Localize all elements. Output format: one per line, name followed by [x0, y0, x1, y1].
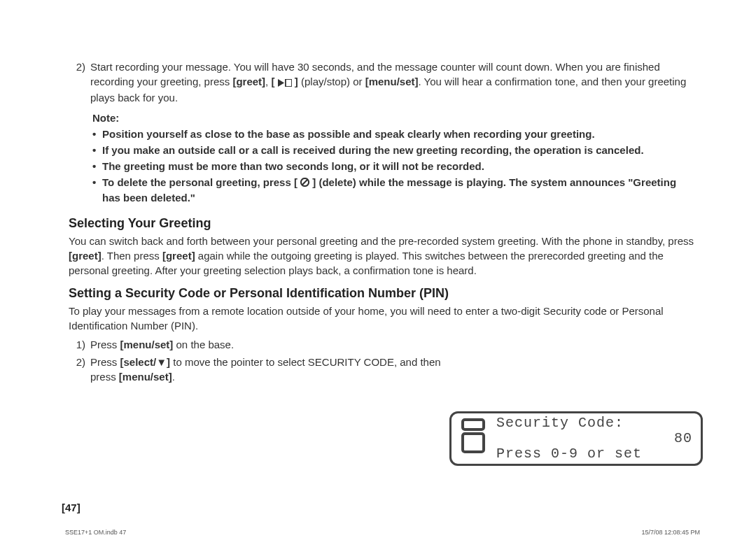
text: Press: [90, 339, 120, 350]
select-key: [select/▼]: [120, 356, 171, 368]
svg-marker-0: [278, 79, 284, 87]
text: To delete the personal greeting, press [: [102, 176, 300, 188]
note-text: Position yourself as close to the base a…: [102, 127, 595, 141]
paragraph: To play your messages from a remote loca…: [69, 304, 696, 333]
heading-security-code: Setting a Security Code or Personal Iden…: [69, 285, 696, 302]
greet-key: [greet]: [162, 250, 195, 262]
menuset-key: [menu/set]: [120, 339, 174, 350]
bracket: [: [271, 76, 277, 87]
text: (play/stop) or: [298, 76, 365, 87]
step-number: 1): [69, 337, 85, 352]
step-text: Press [menu/set] on the base.: [85, 337, 234, 352]
note-text: To delete the personal greeting, press […: [102, 175, 696, 206]
bullet-icon: •: [92, 143, 102, 157]
heading-selecting-greeting: Selecting Your Greeting: [69, 215, 696, 232]
text: .: [172, 371, 175, 383]
step-2: 2) Press [select/▼] to move the pointer …: [69, 355, 454, 384]
note-item: • If you make an outside call or a call …: [92, 143, 696, 157]
play-stop-icon: [278, 76, 292, 90]
note-item: • Position yourself as close to the base…: [92, 127, 696, 141]
step-number: 2): [69, 355, 85, 384]
greet-key: [greet]: [232, 76, 265, 87]
step-number: 2): [69, 59, 85, 105]
lcd-value: 80: [496, 431, 692, 446]
bracket: ]: [292, 76, 298, 87]
footer-filename: SSE17+1 OM.indb 47: [65, 528, 126, 537]
menuset-key: [menu/set]: [119, 371, 172, 383]
bullet-icon: •: [92, 127, 102, 141]
steps-list: 1) Press [menu/set] on the base. 2) Pres…: [69, 337, 454, 384]
text: Press: [90, 356, 120, 368]
delete-icon: [300, 176, 309, 190]
paragraph: You can switch back and forth between yo…: [69, 234, 696, 278]
step-1: 1) Press [menu/set] on the base.: [69, 337, 454, 352]
menuset-key: [menu/set]: [365, 76, 419, 87]
answering-machine-icon: [458, 417, 488, 461]
note-item: • The greeting must be more than two sec…: [92, 159, 696, 173]
lcd-line-2: Press 0-9 or set: [496, 446, 692, 462]
page-number: [47]: [62, 500, 80, 515]
step-text: Start recording your message. You will h…: [85, 59, 696, 105]
note-label: Note:: [92, 111, 696, 125]
lcd-text: Security Code: 80 Press 0-9 or set: [496, 415, 692, 462]
bullet-icon: •: [92, 159, 102, 173]
step-text: Press [select/▼] to move the pointer to …: [85, 355, 454, 384]
footer-timestamp: 15/7/08 12:08:45 PM: [641, 528, 700, 537]
greet-key: [greet]: [69, 250, 102, 262]
text: on the base.: [173, 339, 234, 350]
note-item: • To delete the personal greeting, press…: [92, 175, 696, 206]
text: . Then press: [102, 250, 162, 262]
lcd-line-1: Security Code:: [496, 415, 692, 431]
note-text: If you make an outside call or a call is…: [102, 143, 644, 157]
text: You can switch back and forth between yo…: [69, 235, 694, 247]
note-block: Note: • Position yourself as close to th…: [69, 111, 696, 206]
step-2: 2) Start recording your message. You wil…: [69, 59, 696, 105]
lcd-display: Security Code: 80 Press 0-9 or set: [449, 411, 703, 466]
svg-line-3: [302, 180, 307, 185]
svg-rect-5: [463, 434, 484, 452]
svg-rect-4: [463, 420, 484, 429]
svg-rect-1: [286, 79, 292, 87]
bullet-icon: •: [92, 175, 102, 206]
note-text: The greeting must be more than two secon…: [102, 159, 484, 173]
